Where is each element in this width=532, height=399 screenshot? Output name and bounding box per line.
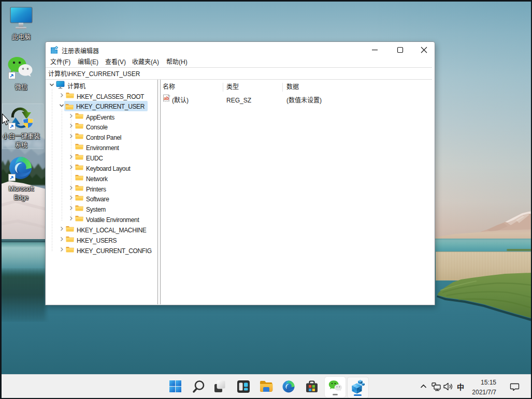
svg-text:ab: ab xyxy=(164,96,169,101)
